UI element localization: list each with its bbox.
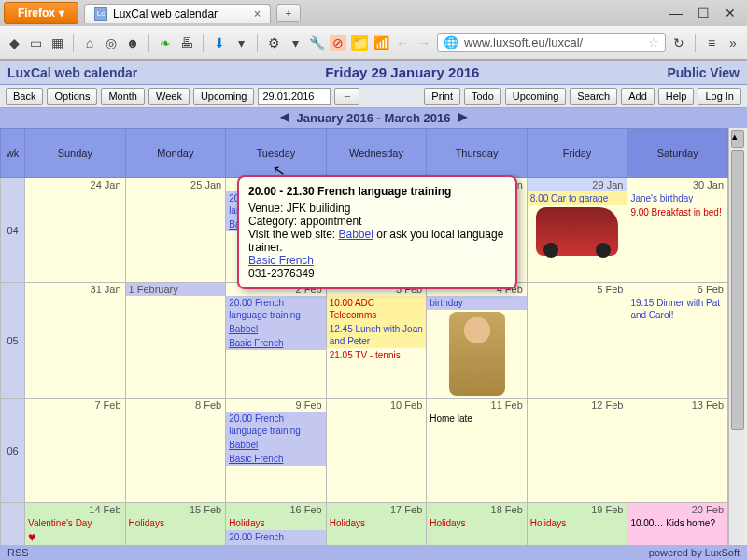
day-cell[interactable]: 3 Feb 10.00 ADC Telecomms 12.45 Lunch wi… bbox=[326, 283, 427, 399]
menu-icon[interactable]: ≡ bbox=[703, 35, 720, 51]
public-view-link[interactable]: Public View bbox=[667, 65, 740, 80]
event-item[interactable]: Valentine's Day bbox=[25, 516, 125, 530]
day-cell[interactable]: 11 Feb Home late bbox=[427, 399, 528, 503]
home-icon[interactable]: ⌂ bbox=[81, 35, 98, 51]
help-button[interactable]: Help bbox=[658, 88, 695, 105]
event-item[interactable]: 19.15 Dinner with Pat and Carol! bbox=[627, 296, 727, 322]
day-cell[interactable]: 31 Jan bbox=[25, 283, 126, 399]
back-button[interactable]: Back bbox=[6, 88, 43, 105]
rss-link[interactable]: RSS bbox=[7, 547, 29, 558]
next-month-icon[interactable]: ▶ bbox=[458, 110, 467, 123]
event-link[interactable]: Basic French bbox=[229, 454, 283, 464]
tooltip-link-2[interactable]: Basic French bbox=[248, 254, 314, 267]
go-button[interactable]: ← bbox=[334, 88, 359, 105]
wrench-icon[interactable]: 🔧 bbox=[308, 35, 325, 51]
avatar-image bbox=[449, 312, 505, 396]
add-button[interactable]: Add bbox=[621, 88, 655, 105]
chevron-down-icon-2[interactable]: ▾ bbox=[287, 35, 303, 51]
panel-icon[interactable]: ▭ bbox=[27, 35, 44, 51]
day-cell[interactable]: 25 Jan bbox=[125, 178, 226, 283]
gear-icon[interactable]: ⚙ bbox=[265, 35, 282, 51]
login-button[interactable]: Log In bbox=[698, 88, 741, 105]
event-item[interactable]: Holidays bbox=[528, 516, 627, 530]
tooltip-link[interactable]: Babbel bbox=[339, 228, 374, 241]
overflow-icon[interactable]: » bbox=[725, 35, 741, 51]
close-window-icon[interactable]: ✕ bbox=[725, 6, 736, 21]
event-item[interactable]: Home late bbox=[427, 412, 527, 426]
target-icon[interactable]: ◎ bbox=[103, 35, 120, 51]
event-item[interactable]: 8.00 Car to garage bbox=[528, 191, 627, 205]
print-icon[interactable]: 🖶 bbox=[178, 35, 195, 51]
day-cell[interactable]: 7 Feb bbox=[25, 399, 126, 503]
event-link[interactable]: Babbel bbox=[229, 440, 258, 450]
scrollbar[interactable]: ▴ bbox=[728, 128, 745, 557]
event-item[interactable]: 10.00… Kids home? bbox=[627, 516, 727, 530]
browser-tab[interactable]: Lc LuxCal web calendar × bbox=[84, 4, 271, 23]
day-cell[interactable]: 29 Jan 8.00 Car to garage bbox=[527, 178, 627, 283]
week-number[interactable]: 06 bbox=[1, 399, 25, 503]
week-number[interactable]: 04 bbox=[1, 178, 25, 283]
maximize-icon[interactable]: ☐ bbox=[698, 6, 710, 21]
event-item[interactable]: 10.00 ADC Telecomms bbox=[327, 296, 427, 322]
day-cell[interactable]: 9 Feb 20.00 French language training Bab… bbox=[226, 399, 327, 503]
event-item[interactable]: 20.00 French language training bbox=[226, 296, 326, 322]
day-cell[interactable]: 5 Feb bbox=[527, 283, 627, 399]
leaf-icon[interactable]: ❧ bbox=[157, 35, 174, 51]
firefox-menu-button[interactable]: Firefox▾ bbox=[4, 2, 78, 24]
week-button[interactable]: Week bbox=[148, 88, 190, 105]
heart-icon: ♥ bbox=[25, 530, 125, 544]
day-cell[interactable]: 2 Feb 20.00 French language training Bab… bbox=[226, 283, 327, 399]
event-link[interactable]: Babbel bbox=[229, 324, 258, 334]
url-bar[interactable]: 🌐 www.luxsoft.eu/luxcal/ ☆ bbox=[437, 33, 666, 52]
day-cell[interactable]: 1 February bbox=[125, 283, 226, 399]
event-item[interactable]: 9.00 Breakfast in bed! bbox=[627, 205, 727, 219]
prev-month-icon[interactable]: ◀ bbox=[280, 110, 289, 123]
minimize-icon[interactable]: — bbox=[669, 6, 683, 21]
week-number[interactable]: 05 bbox=[1, 283, 25, 399]
day-cell[interactable]: 13 Feb bbox=[627, 399, 728, 503]
event-item[interactable]: Holidays bbox=[327, 516, 427, 530]
tiles-icon[interactable]: ▦ bbox=[49, 35, 65, 51]
todo-button[interactable]: Todo bbox=[464, 88, 501, 105]
month-button[interactable]: Month bbox=[101, 88, 145, 105]
scroll-up-icon[interactable]: ▴ bbox=[731, 130, 744, 148]
search-button[interactable]: Search bbox=[570, 88, 617, 105]
nav-back-icon[interactable]: ← bbox=[394, 35, 411, 51]
upcoming2-button[interactable]: Upcoming bbox=[505, 88, 567, 105]
event-item[interactable]: 21.05 TV - tennis bbox=[327, 348, 427, 362]
tooltip-phone: 031-2376349 bbox=[248, 267, 506, 280]
block-icon[interactable]: ⊘ bbox=[330, 35, 346, 51]
upcoming-button[interactable]: Upcoming bbox=[193, 88, 255, 105]
event-item[interactable]: Jane's birthday bbox=[627, 191, 727, 205]
day-cell[interactable]: 30 Jan Jane's birthday 9.00 Breakfast in… bbox=[627, 178, 728, 283]
close-tab-icon[interactable]: × bbox=[254, 7, 261, 21]
scroll-thumb[interactable] bbox=[731, 150, 744, 430]
chevron-down-icon[interactable]: ▾ bbox=[233, 35, 249, 51]
day-cell[interactable]: 12 Feb bbox=[527, 399, 627, 503]
event-item[interactable]: birthday bbox=[427, 296, 527, 310]
event-item[interactable]: Holidays bbox=[427, 516, 527, 530]
day-cell[interactable]: 10 Feb bbox=[326, 399, 427, 503]
day-cell[interactable]: 8 Feb bbox=[125, 399, 226, 503]
event-link[interactable]: Basic French bbox=[229, 338, 283, 348]
robot-icon[interactable]: ☻ bbox=[124, 35, 141, 51]
event-item[interactable]: 12.45 Lunch with Joan and Peter bbox=[327, 322, 427, 348]
new-tab-button[interactable]: + bbox=[276, 4, 301, 22]
event-item[interactable]: Holidays bbox=[126, 516, 226, 530]
star-icon[interactable]: ☆ bbox=[648, 35, 659, 49]
day-cell[interactable]: 6 Feb 19.15 Dinner with Pat and Carol! bbox=[627, 283, 728, 399]
print-button[interactable]: Print bbox=[424, 88, 460, 105]
day-cell[interactable]: 4 Feb birthday bbox=[427, 283, 528, 399]
rss-icon[interactable]: 📶 bbox=[373, 35, 389, 51]
date-input[interactable] bbox=[258, 88, 331, 105]
event-item[interactable]: Holidays bbox=[226, 516, 326, 530]
folder-icon[interactable]: 📁 bbox=[351, 35, 368, 51]
powered-by[interactable]: powered by LuxSoft bbox=[649, 547, 740, 558]
download-icon[interactable]: ⬇ bbox=[211, 35, 228, 51]
day-cell[interactable]: 24 Jan bbox=[25, 178, 126, 283]
nav-fwd-icon[interactable]: → bbox=[416, 35, 432, 51]
pocket-icon[interactable]: ◆ bbox=[6, 35, 22, 51]
options-button[interactable]: Options bbox=[47, 88, 97, 105]
event-item[interactable]: 20.00 French language training bbox=[226, 412, 326, 438]
reload-icon[interactable]: ↻ bbox=[670, 35, 687, 51]
